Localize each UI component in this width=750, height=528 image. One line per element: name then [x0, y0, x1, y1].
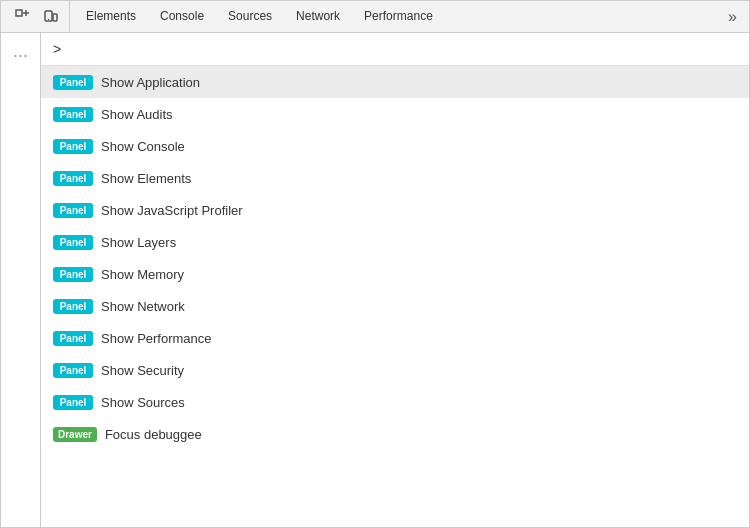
- device-icon-button[interactable]: [39, 5, 63, 29]
- type-badge: Panel: [53, 139, 93, 154]
- tab-console[interactable]: Console: [148, 1, 216, 32]
- menu-item-label: Show Performance: [101, 331, 212, 346]
- menu-item-label: Show JavaScript Profiler: [101, 203, 243, 218]
- prompt-symbol: >: [53, 41, 61, 57]
- menu-item[interactable]: PanelShow Console: [41, 130, 749, 162]
- menu-item-label: Show Memory: [101, 267, 184, 282]
- tab-more-button[interactable]: »: [720, 1, 745, 32]
- menu-item[interactable]: PanelShow Memory: [41, 258, 749, 290]
- menu-item[interactable]: PanelShow Performance: [41, 322, 749, 354]
- devtools-window: Elements Console Sources Network Perform…: [0, 0, 750, 528]
- tab-network[interactable]: Network: [284, 1, 352, 32]
- type-badge: Panel: [53, 235, 93, 250]
- menu-item-label: Show Console: [101, 139, 185, 154]
- type-badge: Panel: [53, 363, 93, 378]
- tab-icon-group: [5, 1, 70, 32]
- menu-item[interactable]: PanelShow Elements: [41, 162, 749, 194]
- menu-list: PanelShow ApplicationPanelShow AuditsPan…: [41, 66, 749, 450]
- type-badge: Panel: [53, 107, 93, 122]
- type-badge: Panel: [53, 267, 93, 282]
- menu-item[interactable]: PanelShow Layers: [41, 226, 749, 258]
- inspect-icon: [15, 9, 31, 25]
- main-content: ... > PanelShow ApplicationPanelShow Aud…: [1, 33, 749, 527]
- menu-item-label: Show Audits: [101, 107, 173, 122]
- tab-performance[interactable]: Performance: [352, 1, 445, 32]
- command-input-row: >: [41, 33, 749, 66]
- command-panel: > PanelShow ApplicationPanelShow AuditsP…: [41, 33, 749, 527]
- menu-item[interactable]: PanelShow Network: [41, 290, 749, 322]
- svg-rect-0: [16, 10, 22, 16]
- type-badge: Panel: [53, 299, 93, 314]
- type-badge: Panel: [53, 395, 93, 410]
- type-badge: Panel: [53, 331, 93, 346]
- type-badge: Panel: [53, 203, 93, 218]
- sidebar-dots[interactable]: ...: [1, 33, 41, 527]
- menu-item[interactable]: PanelShow Audits: [41, 98, 749, 130]
- menu-item[interactable]: PanelShow Security: [41, 354, 749, 386]
- menu-item[interactable]: PanelShow Sources: [41, 386, 749, 418]
- type-badge: Panel: [53, 75, 93, 90]
- menu-item[interactable]: PanelShow Application: [41, 66, 749, 98]
- menu-item-label: Show Security: [101, 363, 184, 378]
- command-input[interactable]: [65, 42, 737, 57]
- menu-item[interactable]: DrawerFocus debuggee: [41, 418, 749, 450]
- type-badge: Panel: [53, 171, 93, 186]
- menu-item-label: Show Network: [101, 299, 185, 314]
- menu-item-label: Focus debuggee: [105, 427, 202, 442]
- device-icon: [43, 9, 59, 25]
- menu-item-label: Show Layers: [101, 235, 176, 250]
- tab-bar: Elements Console Sources Network Perform…: [1, 1, 749, 33]
- inspect-icon-button[interactable]: [11, 5, 35, 29]
- type-badge: Drawer: [53, 427, 97, 442]
- menu-item-label: Show Sources: [101, 395, 185, 410]
- tab-sources[interactable]: Sources: [216, 1, 284, 32]
- menu-item[interactable]: PanelShow JavaScript Profiler: [41, 194, 749, 226]
- menu-item-label: Show Elements: [101, 171, 191, 186]
- tab-elements[interactable]: Elements: [74, 1, 148, 32]
- svg-rect-2: [53, 14, 57, 21]
- menu-item-label: Show Application: [101, 75, 200, 90]
- svg-point-3: [48, 18, 49, 19]
